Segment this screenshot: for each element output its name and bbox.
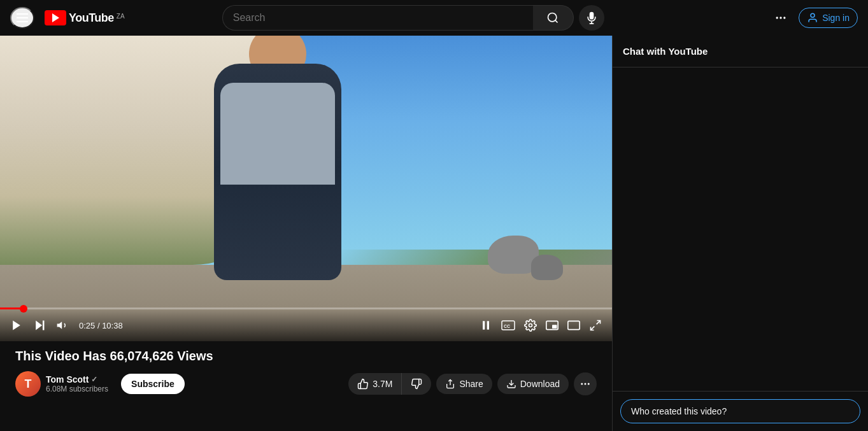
- svg-rect-12: [483, 321, 485, 329]
- person-body: [214, 64, 341, 280]
- verified-icon: ✓: [91, 375, 97, 384]
- header: YouTube ZA: [0, 0, 868, 36]
- channel-info: Tom Scott ✓ 6.08M subscribers: [46, 374, 108, 393]
- svg-line-21: [591, 327, 595, 330]
- person-hoodie: [220, 83, 335, 185]
- svg-marker-8: [13, 321, 20, 330]
- like-button[interactable]: 3.7M: [348, 373, 402, 395]
- pause-indicator[interactable]: [477, 316, 495, 334]
- main-content: 0:25 / 10:38 CC: [0, 36, 868, 431]
- time-display: 0:25 / 10:38: [79, 321, 123, 330]
- more-options-button[interactable]: [768, 5, 793, 31]
- video-controls: 0:25 / 10:38 CC: [0, 309, 612, 341]
- fullscreen-button[interactable]: [587, 316, 604, 334]
- svg-point-26: [588, 383, 590, 385]
- search-bar: [222, 5, 574, 31]
- search-area: [222, 5, 604, 31]
- video-thumbnail: [0, 36, 612, 341]
- logo-text: YouTube: [69, 11, 114, 25]
- header-right: Sign in: [768, 5, 858, 31]
- svg-rect-18: [552, 325, 557, 329]
- share-button[interactable]: Share: [436, 374, 492, 394]
- subscribe-button[interactable]: Subscribe: [121, 374, 185, 394]
- svg-marker-11: [57, 321, 62, 329]
- captions-button[interactable]: CC: [499, 318, 518, 333]
- svg-point-7: [811, 13, 815, 17]
- more-actions-button[interactable]: [574, 372, 597, 395]
- svg-point-24: [581, 383, 583, 385]
- settings-button[interactable]: [522, 316, 539, 334]
- volume-button[interactable]: [53, 316, 71, 334]
- chat-body: [613, 67, 868, 391]
- video-title: This Video Has 66,074,626 Views: [15, 349, 597, 364]
- svg-point-16: [529, 324, 532, 327]
- download-label: Download: [520, 379, 560, 389]
- chat-panel: Chat with YouTube: [612, 36, 868, 431]
- search-button[interactable]: [533, 5, 574, 31]
- svg-point-6: [783, 17, 785, 18]
- rock2: [531, 255, 563, 280]
- svg-rect-19: [568, 321, 580, 329]
- miniplayer-button[interactable]: [543, 318, 561, 333]
- svg-point-25: [585, 383, 587, 385]
- svg-line-20: [597, 321, 601, 325]
- svg-text:CC: CC: [504, 324, 510, 329]
- menu-button[interactable]: [10, 7, 34, 29]
- controls-right: CC: [477, 316, 604, 334]
- voice-search-button[interactable]: [579, 5, 604, 31]
- svg-point-5: [779, 17, 781, 18]
- channel-name: Tom Scott ✓: [46, 374, 108, 385]
- svg-rect-13: [487, 321, 489, 329]
- logo-country: ZA: [117, 13, 125, 20]
- chat-input-area: [613, 391, 868, 431]
- video-section: 0:25 / 10:38 CC: [0, 36, 612, 431]
- sign-in-button[interactable]: Sign in: [799, 8, 858, 28]
- svg-line-1: [555, 20, 558, 23]
- chat-input[interactable]: [620, 399, 860, 423]
- svg-point-0: [548, 13, 557, 22]
- person: [214, 64, 341, 280]
- header-left: YouTube ZA: [10, 7, 138, 29]
- action-buttons: 3.7M: [348, 372, 597, 395]
- svg-marker-9: [36, 321, 42, 330]
- dislike-button[interactable]: [402, 373, 431, 395]
- play-button[interactable]: [8, 316, 25, 334]
- video-meta: T Tom Scott ✓ 6.08M subscribers Subscrib…: [15, 371, 597, 397]
- share-label: Share: [459, 379, 483, 389]
- video-player[interactable]: 0:25 / 10:38 CC: [0, 36, 612, 341]
- like-dislike-group: 3.7M: [348, 373, 431, 395]
- subscriber-count: 6.08M subscribers: [46, 385, 108, 393]
- like-count: 3.7M: [373, 379, 392, 389]
- sign-in-label: Sign in: [822, 13, 850, 23]
- chat-header: Chat with YouTube: [613, 36, 868, 67]
- svg-point-4: [776, 17, 778, 18]
- svg-rect-10: [43, 321, 45, 330]
- youtube-logo[interactable]: YouTube ZA: [45, 10, 125, 25]
- youtube-logo-icon: [45, 10, 66, 25]
- download-button[interactable]: Download: [497, 374, 569, 394]
- channel-avatar[interactable]: T: [15, 371, 41, 397]
- search-input[interactable]: [222, 5, 533, 31]
- video-info: This Video Has 66,074,626 Views T Tom Sc…: [0, 341, 612, 404]
- next-button[interactable]: [31, 316, 48, 334]
- theater-button[interactable]: [565, 318, 583, 333]
